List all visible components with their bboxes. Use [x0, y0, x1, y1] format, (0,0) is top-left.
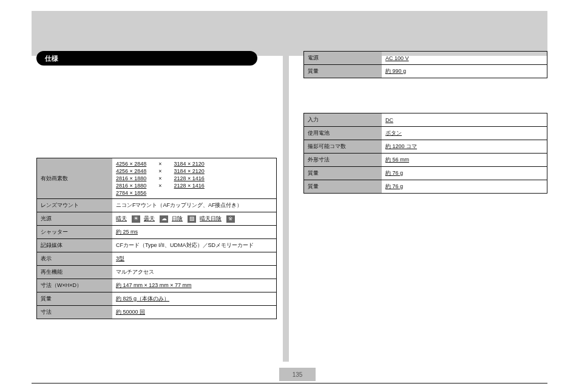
row-value: 約 56 mm: [382, 154, 547, 166]
table-row: 再生機能 マルチアクセス: [37, 265, 276, 279]
row-label: 光源: [37, 212, 112, 225]
section-title-pill: 仕様: [36, 51, 257, 66]
row-value: 約 50000 回: [112, 306, 276, 319]
row-label: レンズマウント: [37, 199, 112, 212]
table-row: 記録媒体 CFカード（Type I/II、UDMA対応）／SDメモリーカード: [37, 238, 276, 252]
table-row: 表示 3型: [37, 252, 276, 265]
row-value: 4256 × 2848×3184 × 2120 4256 × 2848×3184…: [112, 158, 276, 198]
row-label: 外形寸法: [304, 154, 382, 166]
table-row: 質量 約 825 g（本体のみ）: [37, 292, 276, 305]
table-row: 質量 約 990 g: [304, 64, 547, 78]
row-value: ニコンFマウント（AFカップリング、AF接点付き）: [112, 199, 276, 212]
row-value: 約 147 mm × 123 mm × 77 mm: [112, 279, 276, 292]
row-value: 約 1200 コマ: [382, 140, 547, 153]
table-row: 寸法（W×H×D） 約 147 mm × 123 mm × 77 mm: [37, 279, 276, 292]
row-value: AC 100 V: [382, 52, 547, 64]
row-label: 質量: [37, 292, 112, 305]
row-value: ボタン: [382, 127, 547, 140]
table-row: シャッター 約 25 ms: [37, 225, 276, 238]
spec-table-right-1: 電源 AC 100 V 質量 約 990 g: [303, 51, 547, 78]
spec-table-right-2: 入力 DC 使用電池 ボタン 撮影可能コマ数 約 1200 コマ 外形寸法 約 …: [303, 113, 547, 194]
row-label: 撮影可能コマ数: [304, 140, 382, 153]
table-row: 寸法 約 50000 回: [37, 305, 276, 319]
footer-rule: [32, 383, 547, 384]
row-label: 入力: [304, 113, 382, 126]
table-row: 質量 約 76 g: [304, 180, 547, 193]
row-value: マルチアクセス: [112, 266, 276, 279]
table-row: 入力 DC: [304, 113, 547, 126]
table-row: レンズマウント ニコンFマウント（AFカップリング、AF接点付き）: [37, 198, 276, 212]
table-row: 質量 約 76 g: [304, 166, 547, 180]
table-row: 光源 晴天 ☀ 曇天 ☁ 日陰 ▧ 晴天日陰 ※: [37, 212, 276, 225]
row-value: 晴天 ☀ 曇天 ☁ 日陰 ▧ 晴天日陰 ※: [112, 212, 276, 225]
row-value: 約 990 g: [382, 65, 547, 78]
shade-icon: ▧: [188, 215, 196, 223]
row-label: 記録媒体: [37, 239, 112, 252]
row-value: DC: [382, 113, 547, 126]
row-value: CFカード（Type I/II、UDMA対応）／SDメモリーカード: [112, 239, 276, 252]
row-label: 質量: [304, 65, 382, 78]
row-value: 3型: [112, 252, 276, 265]
cloud-icon: ☁: [160, 215, 168, 223]
row-label: シャッター: [37, 226, 112, 238]
shade-sun-icon: ※: [226, 215, 235, 223]
row-label: 質量: [304, 180, 382, 193]
table-row: 有効画素数 4256 × 2848×3184 × 2120 4256 × 284…: [37, 158, 276, 198]
row-label: 質量: [304, 167, 382, 180]
row-value: 約 76 g: [382, 167, 547, 180]
header-band: [32, 11, 547, 56]
page-number: 135: [279, 368, 316, 381]
table-row: 撮影可能コマ数 約 1200 コマ: [304, 140, 547, 153]
row-label: 再生機能: [37, 266, 112, 279]
row-value: 約 825 g（本体のみ）: [112, 292, 276, 305]
spec-table-left: 有効画素数 4256 × 2848×3184 × 2120 4256 × 284…: [36, 158, 277, 319]
row-label: 有効画素数: [37, 158, 112, 198]
row-value: 約 25 ms: [112, 226, 276, 238]
column-divider: [283, 51, 289, 362]
row-label: 使用電池: [304, 127, 382, 140]
row-value: 約 76 g: [382, 180, 547, 193]
table-row: 電源 AC 100 V: [304, 52, 547, 64]
sun-icon: ☀: [132, 215, 140, 223]
row-label: 表示: [37, 252, 112, 265]
table-row: 外形寸法 約 56 mm: [304, 153, 547, 166]
row-label: 寸法: [37, 306, 112, 319]
row-label: 寸法（W×H×D）: [37, 279, 112, 292]
table-row: 使用電池 ボタン: [304, 126, 547, 140]
row-label: 電源: [304, 52, 382, 64]
